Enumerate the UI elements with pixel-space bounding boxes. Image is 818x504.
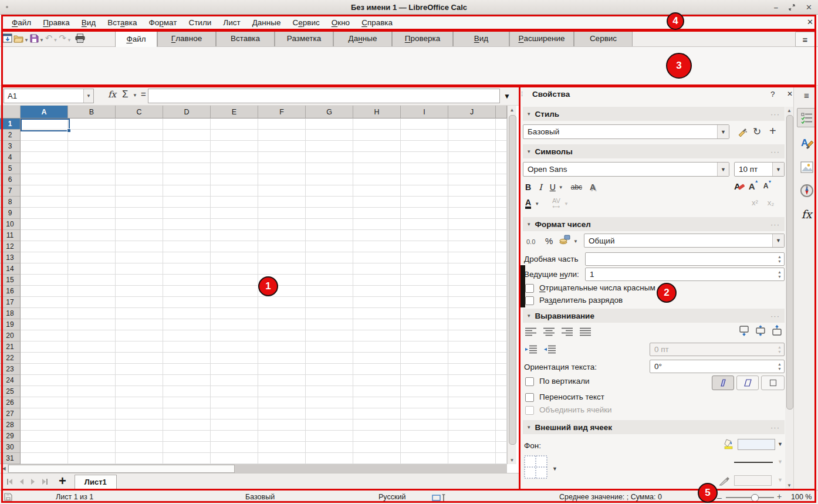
cell-G1[interactable]: [306, 119, 353, 130]
cell-G15[interactable]: [306, 275, 353, 286]
cell-stub15[interactable]: [496, 275, 507, 286]
style-combobox[interactable]: Базовый▼: [523, 124, 729, 139]
cell-A9[interactable]: [21, 208, 68, 219]
cell-C12[interactable]: [116, 241, 163, 252]
cell-stub18[interactable]: [496, 308, 507, 319]
cell-E3[interactable]: [211, 141, 258, 152]
align-bottom-icon[interactable]: [772, 325, 782, 336]
italic-icon[interactable]: I: [539, 182, 542, 192]
bold-icon[interactable]: B: [525, 182, 531, 192]
cell-C27[interactable]: [116, 408, 163, 420]
cell-C31[interactable]: [116, 453, 163, 464]
cell-D3[interactable]: [163, 141, 211, 152]
formula-button[interactable]: =: [141, 89, 146, 99]
cell-E15[interactable]: [211, 275, 258, 286]
cell-B7[interactable]: [68, 185, 116, 197]
cell-D18[interactable]: [163, 308, 211, 319]
sidebar-splitter[interactable]: [520, 265, 525, 307]
cell-F9[interactable]: [258, 208, 306, 219]
cell-E6[interactable]: [211, 174, 258, 185]
horizontal-scroll-thumb[interactable]: [8, 465, 235, 473]
section-character-header[interactable]: ▾ Символы ···: [523, 144, 785, 158]
cell-J10[interactable]: [448, 219, 496, 230]
row-header-20[interactable]: 20: [0, 330, 21, 341]
cell-C28[interactable]: [116, 420, 163, 431]
row-header-26[interactable]: 26: [0, 397, 21, 408]
cell-stub20[interactable]: [496, 330, 507, 341]
restore-button[interactable]: [789, 4, 795, 11]
cell-E9[interactable]: [211, 208, 258, 219]
sheet-number-status[interactable]: Лист 1 из 1: [56, 493, 93, 501]
cell-stub22[interactable]: [496, 353, 507, 364]
cell-I25[interactable]: [401, 386, 448, 397]
cell-B21[interactable]: [68, 341, 116, 353]
sidebar-close-icon[interactable]: ✕: [787, 90, 793, 98]
cell-H31[interactable]: [353, 453, 401, 464]
cell-B10[interactable]: [68, 219, 116, 230]
more-options-icon[interactable]: ···: [770, 312, 780, 320]
cell-D17[interactable]: [163, 297, 211, 308]
cell-F1[interactable]: [258, 119, 306, 130]
scroll-left-icon[interactable]: ◀: [0, 464, 8, 473]
cell-A28[interactable]: [21, 420, 68, 431]
cell-D20[interactable]: [163, 330, 211, 341]
border-color-icon[interactable]: [719, 476, 731, 486]
row-header-17[interactable]: 17: [0, 297, 21, 308]
cell-F10[interactable]: [258, 219, 306, 230]
cell-D14[interactable]: [163, 263, 211, 275]
properties-tab[interactable]: [797, 108, 816, 127]
cell-J11[interactable]: [448, 230, 496, 241]
cell-H6[interactable]: [353, 174, 401, 185]
cell-I13[interactable]: [401, 252, 448, 263]
language-status[interactable]: Русский: [378, 493, 405, 501]
cell-E13[interactable]: [211, 252, 258, 263]
column-header-C[interactable]: C: [116, 106, 163, 119]
row-header-14[interactable]: 14: [0, 263, 21, 275]
cell-J12[interactable]: [448, 241, 496, 252]
no-rotation-button[interactable]: [761, 376, 785, 390]
cell-E14[interactable]: [211, 263, 258, 275]
cell-E24[interactable]: [211, 375, 258, 386]
character-spacing-dropdown[interactable]: ▼: [564, 201, 569, 207]
cell-A11[interactable]: [21, 230, 68, 241]
notebookbar-tab-5[interactable]: Проверка: [392, 30, 453, 46]
selection-summary-status[interactable]: Среднее значение: ; Сумма: 0: [559, 493, 662, 501]
cell-B11[interactable]: [68, 230, 116, 241]
cell-B16[interactable]: [68, 286, 116, 297]
cell-C6[interactable]: [116, 174, 163, 185]
cell-B9[interactable]: [68, 208, 116, 219]
leading-zeroes-spinner[interactable]: 1 ▲▼: [585, 268, 785, 281]
cell-G9[interactable]: [306, 208, 353, 219]
shadow-icon[interactable]: A: [590, 182, 596, 192]
cell-C26[interactable]: [116, 397, 163, 408]
cell-B6[interactable]: [68, 174, 116, 185]
cell-C7[interactable]: [116, 185, 163, 197]
row-header-27[interactable]: 27: [0, 408, 21, 420]
sidebar-scrollbar[interactable]: ▲ ▼: [785, 107, 793, 489]
cell-G17[interactable]: [306, 297, 353, 308]
shrink-font-icon[interactable]: A▼: [763, 182, 769, 190]
cell-H24[interactable]: [353, 375, 401, 386]
font-name-combobox[interactable]: Open Sans▼: [523, 162, 729, 177]
cell-I16[interactable]: [401, 286, 448, 297]
row-header-30[interactable]: 30: [0, 442, 21, 453]
cell-J14[interactable]: [448, 263, 496, 275]
section-alignment-header[interactable]: ▾ Выравнивание ···: [523, 309, 785, 323]
cell-E1[interactable]: [211, 119, 258, 130]
cell-J16[interactable]: [448, 286, 496, 297]
cell-H3[interactable]: [353, 141, 401, 152]
cell-stub23[interactable]: [496, 364, 507, 375]
cell-D26[interactable]: [163, 397, 211, 408]
cell-F31[interactable]: [258, 453, 306, 464]
cell-B22[interactable]: [68, 353, 116, 364]
background-color-dropdown[interactable]: ▼: [778, 441, 783, 447]
cell-A29[interactable]: [21, 431, 68, 442]
character-spacing-icon[interactable]: AV⟷: [552, 198, 560, 209]
currency-dropdown[interactable]: ▼: [573, 239, 578, 244]
cell-G13[interactable]: [306, 252, 353, 263]
cell-C30[interactable]: [116, 442, 163, 453]
cell-J21[interactable]: [448, 341, 496, 353]
cell-C2[interactable]: [116, 130, 163, 141]
cell-E7[interactable]: [211, 185, 258, 197]
cell-I19[interactable]: [401, 319, 448, 330]
